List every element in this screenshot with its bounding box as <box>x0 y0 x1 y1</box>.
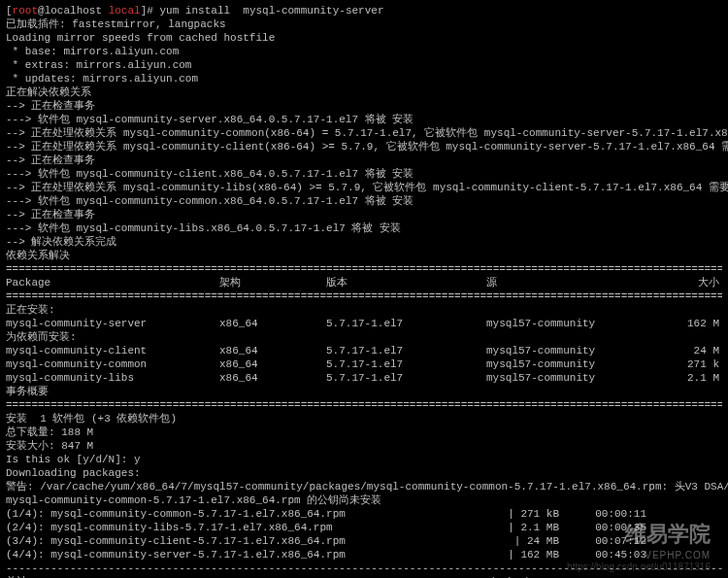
output-line: ---> 软件包 mysql-community-libs.x86_64.0.5… <box>6 221 722 235</box>
cell-size: 24 M <box>661 344 719 357</box>
rows-install: mysql-community-serverx86_645.7.17-1.el7… <box>6 317 722 330</box>
dl-size: | 2.1 MB <box>481 521 559 534</box>
rule: ========================================… <box>6 398 722 412</box>
output-line: 正在解决依赖关系 <box>6 85 722 99</box>
output-line: ---> 软件包 mysql-community-server.x86_64.0… <box>6 113 722 126</box>
command: yum install mysql-community-server <box>159 5 383 17</box>
gpg-warning: 警告: /var/cache/yum/x86_64/7/mysql57-comm… <box>6 480 722 493</box>
cell-arch: x86_64 <box>219 344 326 357</box>
dl-size: | 271 kB <box>481 507 559 521</box>
yum-output-pre: 已加载插件: fastestmirror, langpacksLoading m… <box>6 17 722 262</box>
dl-time: 00:00:11 <box>559 507 646 521</box>
output-line: * updates: mirrors.aliyun.com <box>6 72 722 85</box>
cell-arch: x86_64 <box>219 371 326 385</box>
output-line: * base: mirrors.aliyun.com <box>6 45 722 58</box>
watermark-brand: 维易学院 <box>625 522 711 546</box>
prompt-line[interactable]: [root@localhost local]# yum install mysq… <box>6 4 722 17</box>
output-line: Downloading packages: <box>6 466 722 480</box>
credit-line: https://blog.csdn.net/u011871316 <box>567 561 711 574</box>
cell-pkg: mysql-community-common <box>6 357 219 371</box>
th-repo: 源 <box>486 276 661 289</box>
dl-name: (1/4): mysql-community-common-5.7.17-1.e… <box>6 507 481 521</box>
terminal[interactable]: [root@localhost local]# yum install mysq… <box>0 0 728 578</box>
cell-size: 2.1 M <box>661 371 719 385</box>
cell-repo: mysql57-community <box>486 357 661 371</box>
output-line: * extras: mirrors.aliyun.com <box>6 58 722 72</box>
yum-output-mid: 事务概要 <box>6 385 722 398</box>
cell-size: 271 k <box>661 357 719 371</box>
download-row: (4/4): mysql-community-server-5.7.17-1.e… <box>6 548 722 561</box>
output-line: Loading mirror speeds from cached hostfi… <box>6 31 722 45</box>
user: root <box>13 5 38 17</box>
pubkey-line: mysql-community-common-5.7.17-1.el7.x86_… <box>6 493 722 507</box>
output-line: --> 正在检查事务 <box>6 153 722 167</box>
flag: local <box>102 5 141 17</box>
output-line: 安装大小: 847 M <box>6 439 722 453</box>
th-package: Package <box>6 276 219 289</box>
output-line: --> 正在处理依赖关系 mysql-community-libs(x86-64… <box>6 181 722 194</box>
cell-ver: 5.7.17-1.el7 <box>326 357 486 371</box>
output-line: Is this ok [y/d/N]: y <box>6 453 722 466</box>
cell-ver: 5.7.17-1.el7 <box>326 317 486 330</box>
table-header: Package 架构 版本 源 大小 <box>6 276 722 289</box>
cell-ver: 5.7.17-1.el7 <box>326 344 486 357</box>
dl-size: | 162 MB <box>481 548 559 561</box>
cell-repo: mysql57-community <box>486 317 661 330</box>
output-line: ---> 软件包 mysql-community-common.x86_64.0… <box>6 194 722 208</box>
download-list: (1/4): mysql-community-common-5.7.17-1.e… <box>6 507 722 561</box>
table-row: mysql-community-serverx86_645.7.17-1.el7… <box>6 317 722 330</box>
cell-repo: mysql57-community <box>486 344 661 357</box>
yum-output-mid2: 安装 1 软件包 (+3 依赖软件包)总下载量: 188 M安装大小: 847 … <box>6 412 722 480</box>
section-deps: 为依赖而安装: <box>6 330 722 344</box>
th-size: 大小 <box>661 276 719 289</box>
output-line: 总下载量: 188 M <box>6 425 722 439</box>
table-row: mysql-community-libsx86_645.7.17-1.el7my… <box>6 371 722 385</box>
cell-pkg: mysql-community-server <box>6 317 219 330</box>
output-line: --> 正在检查事务 <box>6 99 722 113</box>
download-row: (2/4): mysql-community-libs-5.7.17-1.el7… <box>6 521 722 534</box>
table-row: mysql-community-commonx86_645.7.17-1.el7… <box>6 357 722 371</box>
dl-name: (3/4): mysql-community-client-5.7.17-1.e… <box>6 534 481 548</box>
output-line: --> 正在检查事务 <box>6 208 722 221</box>
rule: ========================================… <box>6 262 722 276</box>
rule: ========================================… <box>6 289 722 303</box>
output-line: --> 解决依赖关系完成 <box>6 235 722 249</box>
cell-arch: x86_64 <box>219 317 326 330</box>
download-row: (1/4): mysql-community-common-5.7.17-1.e… <box>6 507 722 521</box>
output-line: 依赖关系解决 <box>6 249 722 262</box>
cell-repo: mysql57-community <box>486 371 661 385</box>
output-line: 已加载插件: fastestmirror, langpacks <box>6 17 722 31</box>
download-row: (3/4): mysql-community-client-5.7.17-1.e… <box>6 534 722 548</box>
output-line: ---> 软件包 mysql-community-client.x86_64.0… <box>6 167 722 181</box>
cell-pkg: mysql-community-client <box>6 344 219 357</box>
cell-arch: x86_64 <box>219 357 326 371</box>
dl-size: | 24 MB <box>481 534 559 548</box>
cell-size: 162 M <box>661 317 719 330</box>
output-line: 事务概要 <box>6 385 722 398</box>
dl-name: (2/4): mysql-community-libs-5.7.17-1.el7… <box>6 521 481 534</box>
rows-deps: mysql-community-clientx86_645.7.17-1.el7… <box>6 344 722 385</box>
output-line: --> 正在处理依赖关系 mysql-community-common(x86-… <box>6 126 722 140</box>
th-arch: 架构 <box>219 276 326 289</box>
cell-pkg: mysql-community-libs <box>6 371 219 385</box>
cell-ver: 5.7.17-1.el7 <box>326 371 486 385</box>
section-install: 正在安装: <box>6 303 722 317</box>
output-line: 安装 1 软件包 (+3 依赖软件包) <box>6 412 722 425</box>
th-version: 版本 <box>326 276 486 289</box>
dl-name: (4/4): mysql-community-server-5.7.17-1.e… <box>6 548 481 561</box>
output-line: --> 正在处理依赖关系 mysql-community-client(x86-… <box>6 140 722 153</box>
host: localhost <box>45 5 102 17</box>
table-row: mysql-community-clientx86_645.7.17-1.el7… <box>6 344 722 357</box>
